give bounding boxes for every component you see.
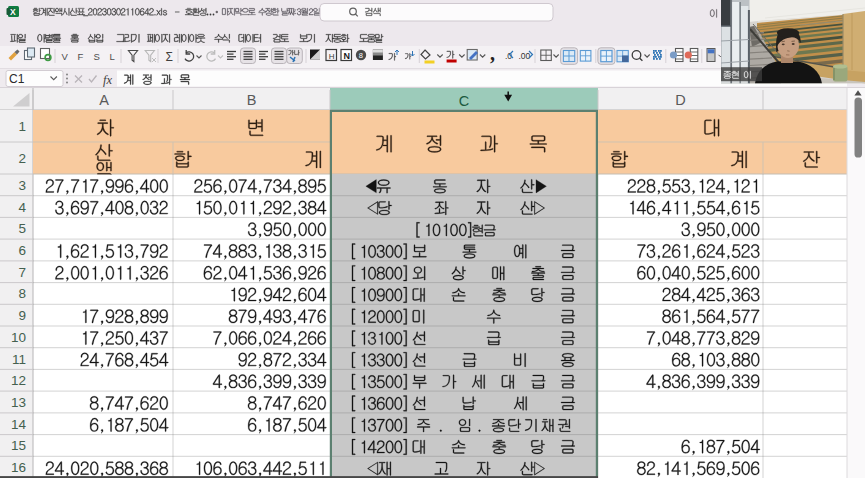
svg-text:16: 16 bbox=[11, 460, 26, 475]
svg-text:fx: fx bbox=[103, 73, 112, 87]
svg-text:13: 13 bbox=[11, 395, 26, 410]
svg-text:A: A bbox=[99, 92, 109, 108]
svg-text:N: N bbox=[344, 51, 351, 61]
svg-text:,: , bbox=[490, 42, 495, 64]
svg-text:14: 14 bbox=[11, 417, 27, 432]
svg-text:15: 15 bbox=[11, 438, 26, 453]
svg-text:D: D bbox=[675, 92, 685, 108]
svg-text:6: 6 bbox=[18, 243, 26, 258]
svg-text:8: 8 bbox=[18, 286, 26, 301]
svg-text:10: 10 bbox=[11, 330, 26, 345]
svg-text:L: L bbox=[110, 51, 115, 62]
svg-text:.00: .00 bbox=[518, 51, 530, 61]
svg-text:3: 3 bbox=[18, 178, 26, 193]
svg-text:9: 9 bbox=[18, 308, 26, 323]
svg-text:C1: C1 bbox=[9, 72, 25, 86]
svg-text:5: 5 bbox=[18, 221, 26, 236]
svg-text:V: V bbox=[62, 51, 69, 62]
svg-text:8: 8 bbox=[359, 51, 363, 60]
svg-text:B: B bbox=[247, 92, 257, 108]
svg-text:C: C bbox=[459, 93, 469, 109]
svg-text:7: 7 bbox=[18, 265, 26, 280]
svg-text:X: X bbox=[10, 7, 16, 17]
svg-text:Σ: Σ bbox=[166, 50, 173, 64]
svg-text:4: 4 bbox=[18, 200, 26, 215]
svg-text:H: H bbox=[329, 52, 335, 61]
svg-text:12: 12 bbox=[11, 373, 26, 388]
svg-text:11: 11 bbox=[12, 352, 26, 367]
svg-text:2: 2 bbox=[18, 151, 26, 166]
svg-text:1: 1 bbox=[18, 119, 26, 134]
svg-text:F: F bbox=[78, 51, 84, 62]
svg-text:S: S bbox=[94, 51, 100, 62]
